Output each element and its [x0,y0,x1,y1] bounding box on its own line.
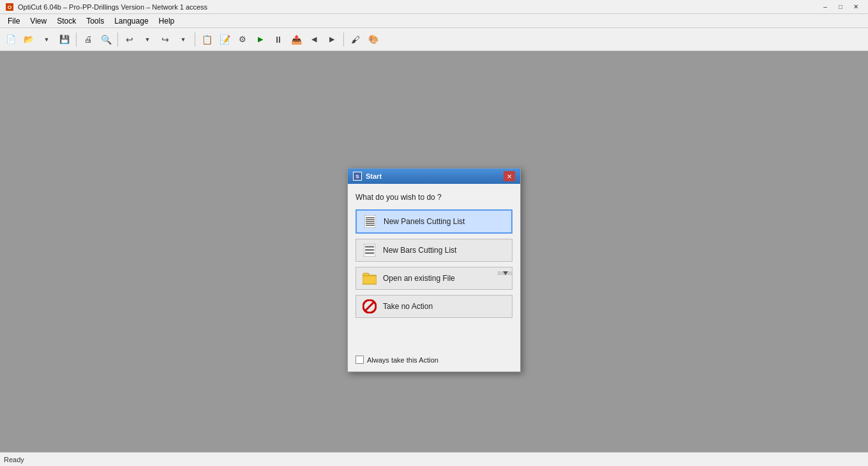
menu-help[interactable]: Help [154,15,180,27]
minimize-button[interactable]: – [818,2,832,12]
toolbar-sep-1 [76,33,77,47]
svg-rect-13 [365,252,374,254]
close-button[interactable]: ✕ [849,2,863,12]
toolbar-sep-3 [195,33,195,47]
toolbar-calc-button[interactable] [234,31,251,48]
dialog-footer: Always take this Action [348,352,520,372]
main-area: S Start ✕ What do you wish to do ? [0,51,868,452]
option-new-bars[interactable]: New Bars Cutting List [355,239,513,262]
window-title: OptiCut 6.04b – Pro-PP-Drillings Version… [18,3,818,11]
no-action-icon [363,299,377,313]
toolbar-save-button[interactable] [56,31,73,48]
option-no-action[interactable]: Take no Action [355,295,513,318]
svg-rect-12 [365,249,374,251]
window-controls: – □ ✕ [818,2,863,12]
toolbar-redo-button[interactable] [157,31,174,48]
toolbar-sep-2 [117,33,118,47]
status-text: Ready [4,456,24,463]
svg-rect-11 [365,246,374,248]
toolbar-new-button[interactable] [3,31,19,48]
toolbar-undo-dropdown[interactable] [139,31,156,48]
app-icon: O [5,3,14,11]
dialog-title-bar: S Start ✕ [348,169,520,184]
toolbar-open-button[interactable] [20,31,37,48]
option-open-file-label: Open an existing File [383,274,491,283]
toolbar-pause-button[interactable]: ⏸ [270,31,287,48]
option-open-file[interactable]: Open an existing File [355,267,513,290]
toolbar-paint-button[interactable] [365,31,382,48]
toolbar-properties-button[interactable]: 📝 [216,31,233,48]
toolbar-export-button[interactable]: 📤 [288,31,304,48]
title-bar: O OptiCut 6.04b – Pro-PP-Drillings Versi… [0,0,868,14]
checkbox-box[interactable] [355,356,364,364]
menu-stock[interactable]: Stock [52,15,81,27]
svg-text:S: S [355,174,359,179]
option-new-bars-label: New Bars Cutting List [383,246,456,255]
toolbar: 🔍 📋 📝 ⏸ 📤 🖌 [0,28,868,51]
svg-rect-16 [363,276,377,284]
toolbar-preview-button[interactable]: 🔍 [98,31,114,48]
start-dialog: S Start ✕ What do you wish to do ? [347,168,521,372]
toolbar-undo-button[interactable] [121,31,138,48]
dialog-question: What do you wish to do ? [355,193,513,202]
open-file-dropdown-arrow[interactable] [498,271,512,275]
svg-line-19 [365,302,374,311]
toolbar-run-button[interactable] [252,31,269,48]
toolbar-back-button[interactable] [306,31,322,48]
panels-icon [363,214,377,229]
toolbar-forward-button[interactable] [324,31,340,48]
option-no-action-label: Take no Action [383,302,433,311]
menu-tools[interactable]: Tools [81,15,109,27]
toolbar-print-button[interactable] [80,31,96,48]
toolbar-edit-button[interactable]: 📋 [198,31,215,48]
menu-language[interactable]: Language [109,15,153,27]
toolbar-brush-button[interactable]: 🖌 [347,31,364,48]
option-new-panels[interactable]: New Panels Cutting List [355,209,513,234]
toolbar-redo-dropdown[interactable] [175,31,191,48]
dialog-body: What do you wish to do ? New Pane [348,184,520,352]
svg-marker-17 [503,271,508,275]
status-bar: Ready [0,452,868,466]
restore-button[interactable]: □ [834,2,848,12]
folder-icon [363,271,377,285]
svg-text:O: O [8,4,11,10]
menu-file[interactable]: File [3,15,25,27]
bars-icon [363,243,377,257]
option-new-panels-label: New Panels Cutting List [384,217,465,226]
dialog-title-icon: S [353,172,362,181]
dialog-overlay: S Start ✕ What do you wish to do ? [0,102,868,438]
menu-view[interactable]: View [25,15,52,27]
dialog-close-button[interactable]: ✕ [504,171,515,181]
menu-bar: File View Stock Tools Language Help [0,14,868,28]
toolbar-open-dropdown[interactable] [38,31,55,48]
always-action-label: Always take this Action [367,356,438,364]
always-action-checkbox[interactable]: Always take this Action [355,356,438,364]
dialog-title-text: Start [366,172,504,180]
toolbar-sep-4 [343,33,344,47]
